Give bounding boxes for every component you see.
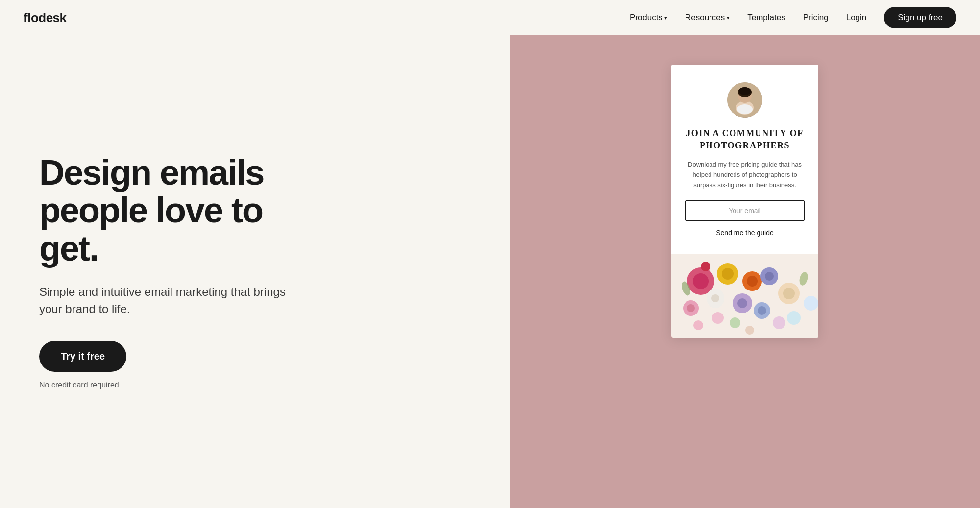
svg-point-33 [745, 326, 754, 335]
hero-content: Design emails people love to get. Simple… [0, 35, 510, 508]
hero-visual: JOIN A COMMUNITY OF PHOTOGRAPHERS Downlo… [510, 35, 980, 508]
no-cc-label: No credit card required [39, 381, 470, 389]
email-card-top: JOIN A COMMUNITY OF PHOTOGRAPHERS Downlo… [671, 65, 818, 254]
svg-point-31 [773, 316, 785, 329]
svg-point-3 [737, 104, 753, 114]
email-card-mockup: JOIN A COMMUNITY OF PHOTOGRAPHERS Downlo… [671, 65, 818, 338]
svg-point-20 [687, 304, 695, 312]
svg-point-14 [711, 294, 719, 302]
svg-point-5 [739, 87, 751, 95]
nav-pricing[interactable]: Pricing [803, 13, 829, 23]
email-input-box[interactable]: Your email [685, 200, 805, 221]
svg-point-28 [730, 317, 740, 328]
card-description: Download my free pricing guide that has … [685, 160, 805, 190]
send-guide-button[interactable]: Send me the guide [685, 229, 805, 241]
svg-point-18 [737, 298, 747, 308]
email-placeholder: Your email [692, 207, 797, 215]
svg-point-25 [701, 262, 710, 271]
hero-headline: Design emails people love to get. [39, 154, 314, 268]
hero-section: Design emails people love to get. Simple… [0, 35, 980, 508]
try-free-button[interactable]: Try it free [39, 341, 126, 372]
avatar [727, 82, 762, 118]
nav-products[interactable]: Products ▾ [630, 13, 667, 23]
svg-point-8 [693, 273, 709, 289]
nav-templates[interactable]: Templates [747, 13, 785, 23]
svg-point-10 [722, 268, 734, 280]
nav-links: Products ▾ Resources ▾ Templates Pricing… [630, 7, 956, 28]
svg-point-24 [758, 306, 766, 315]
svg-point-27 [787, 311, 801, 325]
hero-subtext: Simple and intuitive email marketing tha… [39, 284, 294, 318]
login-link[interactable]: Login [846, 13, 867, 23]
card-title: JOIN A COMMUNITY OF PHOTOGRAPHERS [685, 127, 805, 152]
chevron-down-icon: ▾ [727, 15, 730, 21]
svg-point-32 [693, 320, 703, 330]
chevron-down-icon: ▾ [664, 15, 667, 21]
svg-point-22 [783, 288, 795, 299]
navbar: flodesk Products ▾ Resources ▾ Templates… [0, 0, 980, 35]
svg-point-26 [712, 312, 724, 324]
signup-button[interactable]: Sign up free [884, 7, 956, 28]
svg-point-12 [747, 276, 758, 287]
nav-resources[interactable]: Resources ▾ [685, 13, 730, 23]
logo[interactable]: flodesk [24, 10, 67, 25]
svg-point-16 [765, 272, 774, 281]
flower-image [671, 254, 818, 338]
svg-point-34 [804, 296, 818, 311]
